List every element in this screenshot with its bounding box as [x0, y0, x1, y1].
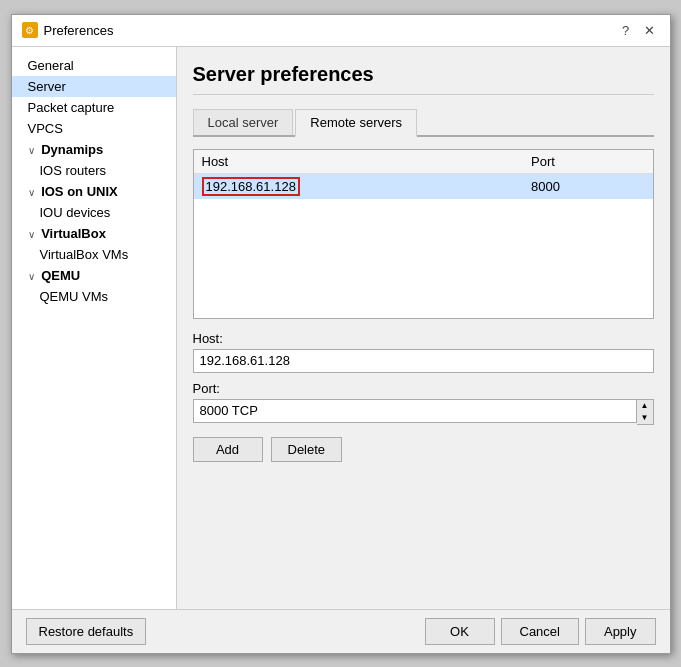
delete-button[interactable]: Delete [271, 437, 343, 462]
dialog-body: GeneralServerPacket captureVPCS∨ Dynamip… [12, 47, 670, 609]
ok-button[interactable]: OK [425, 618, 495, 645]
cell-host: 192.168.61.128 [194, 173, 524, 199]
port-spinner-wrap: ▲ ▼ [193, 399, 654, 425]
action-buttons: Add Delete [193, 437, 654, 462]
port-form-group: Port: ▲ ▼ [193, 381, 654, 425]
table-header-row: Host Port [194, 150, 653, 174]
sidebar-item-general[interactable]: General [12, 55, 176, 76]
host-cell-value: 192.168.61.128 [202, 177, 300, 196]
sidebar-item-qemu[interactable]: ∨ QEMU [12, 265, 176, 286]
table-row[interactable]: 192.168.61.128 8000 [194, 173, 653, 199]
sidebar-item-ios-routers[interactable]: IOS routers [12, 160, 176, 181]
sidebar-item-packet-capture[interactable]: Packet capture [12, 97, 176, 118]
tab-remote-servers[interactable]: Remote servers [295, 109, 417, 137]
app-icon: ⚙ [22, 22, 38, 38]
sidebar-item-qemu-vms[interactable]: QEMU VMs [12, 286, 176, 307]
apply-button[interactable]: Apply [585, 618, 656, 645]
page-title: Server preferences [193, 63, 654, 95]
restore-defaults-button[interactable]: Restore defaults [26, 618, 147, 645]
help-button[interactable]: ? [616, 20, 636, 40]
sidebar: GeneralServerPacket captureVPCS∨ Dynamip… [12, 47, 177, 609]
host-label: Host: [193, 331, 654, 346]
col-port: Port [523, 150, 652, 174]
titlebar-left: ⚙ Preferences [22, 22, 114, 38]
col-host: Host [194, 150, 524, 174]
tab-local-server[interactable]: Local server [193, 109, 294, 135]
preferences-dialog: ⚙ Preferences ? ✕ GeneralServerPacket ca… [11, 14, 671, 654]
main-content: Server preferences Local server Remote s… [177, 47, 670, 609]
host-form-group: Host: [193, 331, 654, 373]
cancel-button[interactable]: Cancel [501, 618, 579, 645]
sidebar-item-dynamips[interactable]: ∨ Dynamips [12, 139, 176, 160]
sidebar-item-server[interactable]: Server [12, 76, 176, 97]
server-table-container: Host Port 192.168.61.128 8000 [193, 149, 654, 319]
spinner-down[interactable]: ▼ [637, 412, 653, 424]
spinner-up[interactable]: ▲ [637, 400, 653, 412]
server-table: Host Port 192.168.61.128 8000 [194, 150, 653, 199]
spinner-buttons: ▲ ▼ [637, 399, 654, 425]
sidebar-item-ios-on-unix[interactable]: ∨ IOS on UNIX [12, 181, 176, 202]
sidebar-item-virtualbox-vms[interactable]: VirtualBox VMs [12, 244, 176, 265]
port-input[interactable] [193, 399, 637, 423]
sidebar-item-virtualbox[interactable]: ∨ VirtualBox [12, 223, 176, 244]
host-input[interactable] [193, 349, 654, 373]
tabs-container: Local server Remote servers [193, 109, 654, 137]
sidebar-item-vpcs[interactable]: VPCS [12, 118, 176, 139]
titlebar: ⚙ Preferences ? ✕ [12, 15, 670, 47]
add-button[interactable]: Add [193, 437, 263, 462]
dialog-title: Preferences [44, 23, 114, 38]
port-label: Port: [193, 381, 654, 396]
sidebar-item-iou-devices[interactable]: IOU devices [12, 202, 176, 223]
dialog-footer: Restore defaults OK Cancel Apply [12, 609, 670, 653]
titlebar-buttons: ? ✕ [616, 20, 660, 40]
cell-port: 8000 [523, 173, 652, 199]
close-button[interactable]: ✕ [640, 20, 660, 40]
